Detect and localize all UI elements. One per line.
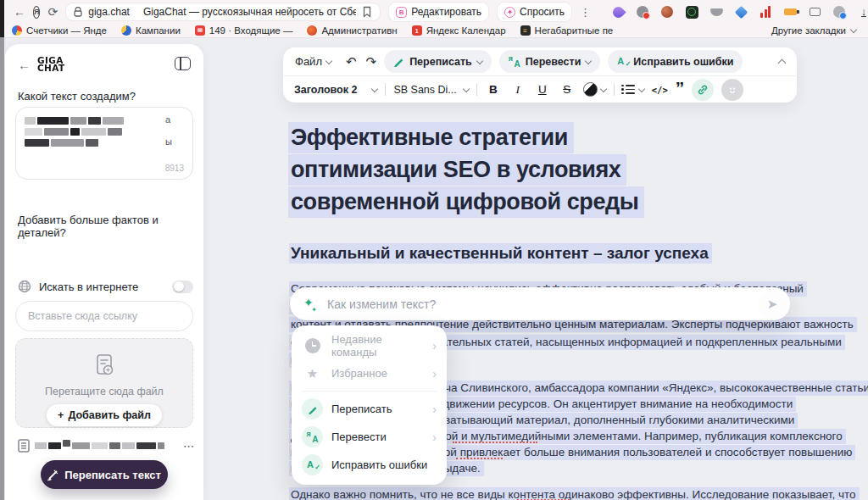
- file-menu-button[interactable]: Файл: [295, 55, 331, 68]
- doc-heading-line: оптимизации SEO в условиях: [291, 157, 626, 183]
- mail-favicon: ✉: [195, 25, 205, 36]
- add-file-button[interactable]: + Добавить файл: [47, 404, 162, 426]
- bold-button[interactable]: B: [485, 83, 502, 96]
- link-input[interactable]: [15, 301, 193, 331]
- tag-extension-icon[interactable]: [808, 5, 821, 19]
- send-button[interactable]: ➤: [758, 290, 787, 319]
- text-color-button[interactable]: [583, 82, 606, 97]
- chevron-right-icon: ›: [432, 403, 437, 416]
- file-doc-icon: [16, 353, 192, 381]
- feather-extension-icon[interactable]: [611, 5, 625, 19]
- back-icon[interactable]: ←: [14, 6, 25, 18]
- sidebar: ← GIGA CHAT Какой текст создадим? а ы 89…: [5, 44, 203, 500]
- fix-errors-action-button[interactable]: A✓ Исправить ошибки: [608, 50, 743, 73]
- bookmark-negabarit[interactable]: ≡Негабаритные пе: [520, 25, 614, 36]
- address-bar[interactable]: giga.chat GigaChat — русскоязычная нейро…: [65, 3, 381, 21]
- translate-icon: яA: [302, 426, 323, 447]
- bookmark-metrica[interactable]: Счетчики — Янде: [12, 25, 107, 36]
- menu-item-label: Избранное: [331, 367, 387, 380]
- window-edge-top: [0, 0, 4, 37]
- translate-action-button[interactable]: яA Перевести: [499, 50, 601, 73]
- cube-extension-icon[interactable]: [734, 5, 748, 19]
- redacted-trail: а: [165, 114, 170, 125]
- page-title: GigaChat — русскоязычная нейросеть от Сб…: [143, 6, 356, 18]
- browser-topbar: ← Я ⟳ giga.chat GigaChat — русскоязычная…: [0, 0, 868, 24]
- file-menu-icon[interactable]: ⋯: [183, 440, 195, 453]
- edit-button[interactable]: B Редактировать: [388, 2, 489, 22]
- gigachat-logo: GIGA CHAT: [37, 57, 65, 70]
- menu-item-recent[interactable]: Недавние команды ›: [292, 331, 447, 359]
- bookmark-calendar[interactable]: 1Яндекс Календар: [412, 25, 506, 36]
- command-input-bar: ✦✦ ➤: [290, 287, 790, 320]
- font-label: SB Sans Di...: [393, 84, 456, 96]
- ask-icon: ✦: [504, 7, 515, 18]
- web-search-toggle[interactable]: [172, 281, 193, 293]
- paragraph-style-dropdown[interactable]: Заголовок 2: [294, 84, 377, 96]
- pencil-icon: [302, 398, 323, 419]
- strikethrough-button[interactable]: S: [559, 83, 576, 96]
- menu-item-favorites[interactable]: ★ Избранное ›: [292, 359, 447, 387]
- quote-button[interactable]: ”: [676, 84, 685, 95]
- battery-extension-icon[interactable]: [783, 5, 797, 19]
- dark-extension-icon[interactable]: [685, 5, 698, 19]
- code-button[interactable]: </>: [652, 85, 668, 95]
- menu-item-fix-errors[interactable]: A✓ Исправить ошибки: [292, 451, 447, 479]
- chevron-down-icon: [371, 85, 378, 92]
- ask-button[interactable]: ✦ Спросить: [497, 2, 572, 22]
- menu-item-label: Переписать: [331, 403, 392, 415]
- rewrite-pencil-icon: [47, 469, 58, 481]
- list-button[interactable]: [622, 85, 644, 94]
- bookmark-campaigns[interactable]: Кампании: [121, 25, 181, 36]
- font-dropdown[interactable]: SB Sans Di...: [393, 84, 468, 96]
- editor-toolbar: Файл ↶ ↷ Переписать яA Перевести A✓ Испр…: [283, 47, 797, 103]
- sidebar-back-icon[interactable]: ←: [18, 58, 31, 72]
- doc-heading-line: Эффективные стратегии: [291, 125, 574, 151]
- translate-label: Перевести: [526, 56, 581, 68]
- add-file-label: Добавить файл: [68, 409, 151, 421]
- yandex-browser-icon[interactable]: Я: [33, 6, 40, 19]
- globe-icon: [18, 280, 31, 293]
- window-edge-bottom: [0, 37, 4, 500]
- edit-icon: B: [396, 7, 407, 18]
- command-input[interactable]: [326, 297, 749, 312]
- bowl-extension-icon[interactable]: [709, 5, 723, 19]
- pencil-extension-icon[interactable]: [660, 5, 674, 19]
- redacted-filename: [35, 442, 164, 449]
- other-bookmarks-label: Другие закладки: [771, 25, 846, 36]
- rewrite-action-button[interactable]: Переписать: [384, 50, 492, 73]
- redo-button[interactable]: ↷: [366, 54, 377, 69]
- underline-button[interactable]: U: [534, 83, 551, 96]
- emoji-button[interactable]: [721, 79, 743, 101]
- file-dropzone[interactable]: Перетащите сюда файл + Добавить файл: [15, 338, 193, 428]
- link-button[interactable]: [692, 79, 714, 101]
- other-bookmarks-button[interactable]: Другие закладки: [771, 25, 856, 36]
- menu-item-rewrite[interactable]: Переписать ›: [292, 395, 447, 423]
- toolbar-row-format: Заголовок 2 SB Sans Di... B I U S </> ”: [283, 75, 797, 103]
- logo-line-2: CHAT: [37, 64, 65, 71]
- menu-divider: [302, 391, 437, 392]
- reload-icon[interactable]: ⟳: [47, 6, 58, 18]
- undo-button[interactable]: ↶: [346, 54, 357, 69]
- direct-favicon: [121, 25, 131, 36]
- divider: [385, 83, 386, 96]
- translate-icon: яA: [509, 56, 520, 67]
- send-icon: ➤: [767, 297, 778, 312]
- redacted-text: [25, 139, 98, 147]
- bookmark-flag-icon[interactable]: [362, 6, 372, 18]
- menu-item-translate[interactable]: яA Перевести ›: [292, 423, 447, 451]
- collapse-panel-icon[interactable]: [175, 57, 191, 70]
- bookmark-label: Счетчики — Янде: [26, 25, 107, 36]
- bookmark-inbox[interactable]: ✉149 · Входящие —: [195, 25, 293, 36]
- file-icon: [18, 439, 30, 453]
- download-icon[interactable]: ↓: [857, 5, 868, 19]
- bookmark-admin[interactable]: Административн: [307, 25, 397, 36]
- rewrite-text-button[interactable]: Переписать текст: [41, 460, 168, 489]
- collapse-toolbar-icon[interactable]: [778, 58, 787, 67]
- sync-extension-icon[interactable]: [832, 5, 846, 19]
- italic-button[interactable]: I: [509, 83, 526, 97]
- attached-file-row[interactable]: ⋯: [18, 439, 195, 453]
- prompt-textarea[interactable]: а ы 8913: [15, 107, 193, 180]
- chart-extension-icon[interactable]: [759, 5, 772, 19]
- blocker-extension-icon[interactable]: [636, 5, 649, 19]
- more-menu-icon[interactable]: ⋮: [580, 7, 591, 18]
